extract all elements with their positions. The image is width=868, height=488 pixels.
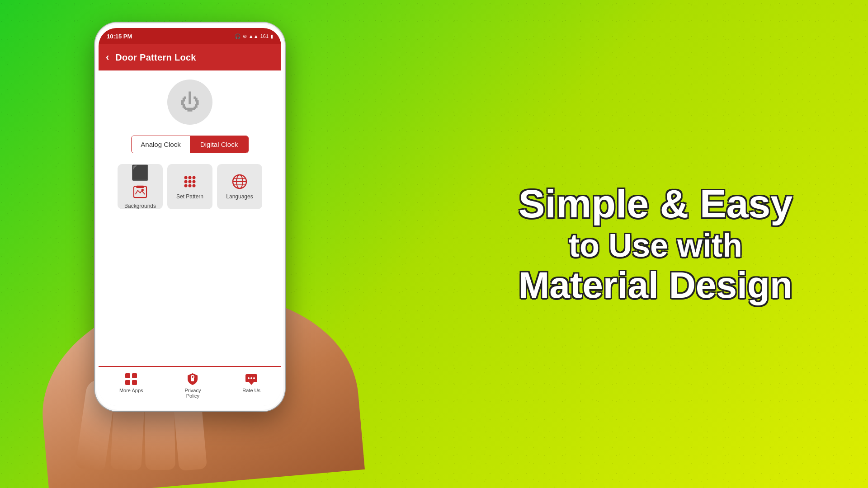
tagline-line3: Material Design <box>497 265 814 306</box>
svg-point-2 <box>142 189 144 191</box>
more-apps-nav-item[interactable]: More Apps <box>119 372 143 399</box>
set-pattern-svg-icon <box>182 174 198 190</box>
svg-marker-28 <box>249 382 254 385</box>
svg-point-9 <box>184 184 188 187</box>
status-icons: 🎧 ⊛ ▲▲ 161 ▮ <box>235 33 273 39</box>
languages-label: Languages <box>226 193 253 200</box>
languages-button[interactable]: Languages <box>217 164 262 209</box>
app-title: Door Pattern Lock <box>115 52 196 63</box>
signal-icon: ▲▲ <box>249 33 259 39</box>
power-icon: ⏻ <box>180 91 200 113</box>
phone-container: 10:15 PM 🎧 ⊛ ▲▲ 161 ▮ ‹ Door Pattern Loc… <box>68 9 339 479</box>
screen-inner: ⏻ Analog Clock Digital Clock <box>99 70 281 406</box>
back-button[interactable]: ‹ <box>106 52 109 63</box>
svg-point-3 <box>184 176 188 179</box>
svg-point-7 <box>189 180 192 183</box>
analog-clock-button[interactable]: Analog Clock <box>132 136 190 153</box>
svg-point-26 <box>250 377 252 379</box>
set-pattern-label: Set Pattern <box>176 193 203 200</box>
svg-point-10 <box>189 184 192 187</box>
more-apps-icon <box>124 372 138 386</box>
privacy-policy-label: PrivacyPolicy <box>184 388 201 399</box>
tagline-line1: Simple & Easy <box>497 182 814 226</box>
content-spacer <box>99 223 281 366</box>
rate-us-icon <box>245 372 258 386</box>
scene: Simple & Easy to Use with Material Desig… <box>0 0 868 488</box>
headphone-icon: 🎧 <box>235 33 241 39</box>
privacy-policy-nav-item[interactable]: PrivacyPolicy <box>184 372 201 399</box>
svg-rect-1 <box>136 186 144 188</box>
svg-rect-17 <box>125 373 130 378</box>
svg-point-27 <box>253 377 255 379</box>
privacy-policy-icon <box>186 372 199 386</box>
wifi-icon: ⊛ <box>243 33 247 39</box>
status-bar: 10:15 PM 🎧 ⊛ ▲▲ 161 ▮ <box>99 28 281 44</box>
backgrounds-button[interactable]: ⬛ Backgrounds <box>118 164 163 209</box>
set-pattern-button[interactable]: Set Pattern <box>167 164 212 209</box>
digital-clock-button[interactable]: Digital Clock <box>190 136 248 153</box>
bottom-nav: More Apps PrivacyPolicy <box>99 366 281 406</box>
svg-point-4 <box>189 176 192 179</box>
backgrounds-label: Backgrounds <box>124 203 156 209</box>
svg-point-6 <box>184 180 188 183</box>
screen-main: ⏻ Analog Clock Digital Clock <box>99 70 281 223</box>
rate-us-label: Rate Us <box>242 388 260 393</box>
phone-screen: 10:15 PM 🎧 ⊛ ▲▲ 161 ▮ ‹ Door Pattern Loc… <box>99 28 281 406</box>
data-icon: 161 <box>260 33 269 39</box>
svg-rect-20 <box>132 380 137 385</box>
app-bar: ‹ Door Pattern Lock <box>99 44 281 70</box>
svg-rect-0 <box>134 187 146 198</box>
backgrounds-icon: ⬛ <box>131 164 149 181</box>
svg-rect-18 <box>132 373 137 378</box>
svg-point-5 <box>193 176 196 179</box>
clock-toggle: Analog Clock Digital Clock <box>131 136 249 153</box>
svg-rect-19 <box>125 380 130 385</box>
tagline-container: Simple & Easy to Use with Material Desig… <box>497 182 814 305</box>
svg-rect-23 <box>191 378 194 379</box>
svg-point-8 <box>193 180 196 183</box>
menu-grid: ⬛ Backgrounds <box>106 164 274 209</box>
power-button[interactable]: ⏻ <box>167 80 212 125</box>
battery-icon: ▮ <box>270 33 273 39</box>
svg-point-11 <box>193 184 196 187</box>
languages-svg-icon <box>231 174 248 190</box>
tagline-line2: to Use with <box>497 226 814 265</box>
more-apps-label: More Apps <box>119 388 143 393</box>
svg-point-25 <box>248 377 250 379</box>
backgrounds-svg-icon <box>132 185 148 199</box>
status-time: 10:15 PM <box>107 33 132 40</box>
rate-us-nav-item[interactable]: Rate Us <box>242 372 260 399</box>
phone-body: 10:15 PM 🎧 ⊛ ▲▲ 161 ▮ ‹ Door Pattern Loc… <box>95 23 285 411</box>
